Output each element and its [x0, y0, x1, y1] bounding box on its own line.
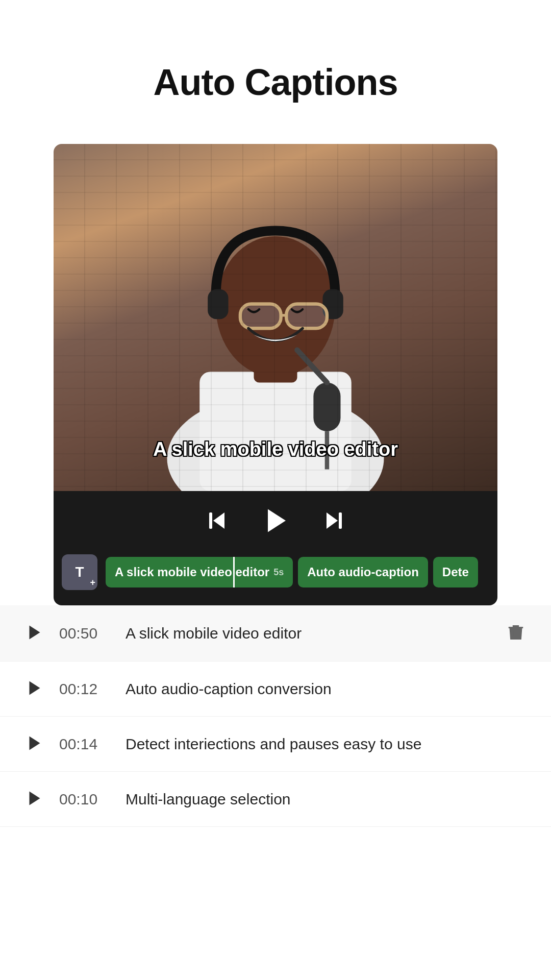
play-icon-0: [26, 623, 44, 642]
svg-line-12: [297, 350, 327, 383]
timeline-playhead: [233, 557, 235, 587]
trash-icon-0: [506, 623, 525, 642]
timeline-tracks: A slick mobile video editor 5s Auto audi…: [106, 557, 497, 587]
svg-marker-21: [30, 792, 40, 805]
svg-rect-16: [339, 512, 342, 529]
caption-play-1[interactable]: [26, 679, 44, 699]
svg-marker-14: [213, 512, 224, 529]
caption-time-0: 00:50: [59, 625, 110, 642]
svg-marker-19: [30, 681, 40, 695]
svg-marker-17: [327, 512, 338, 529]
svg-rect-2: [254, 339, 297, 383]
caption-item-2: 00:14 Detect interiections and pauses ea…: [0, 717, 551, 772]
svg-rect-13: [209, 512, 212, 529]
next-button[interactable]: [321, 508, 346, 533]
track-text-1: Auto audio-caption: [307, 565, 419, 579]
svg-marker-18: [30, 626, 40, 640]
prev-button[interactable]: [205, 508, 230, 533]
svg-rect-1: [199, 372, 352, 491]
svg-rect-9: [313, 383, 340, 432]
svg-rect-6: [240, 304, 281, 328]
text-icon-plus: +: [90, 577, 95, 588]
video-player: A slick mobile video editor T +: [54, 144, 497, 605]
svg-rect-4: [208, 289, 228, 319]
caption-time-2: 00:14: [59, 736, 110, 753]
caption-play-3[interactable]: [26, 789, 44, 809]
caption-delete-0[interactable]: [506, 623, 525, 644]
caption-text-0: A slick mobile video editor: [126, 625, 491, 642]
text-tool-icon: T +: [62, 554, 97, 590]
video-thumbnail: A slick mobile video editor: [54, 144, 497, 491]
svg-rect-7: [286, 304, 327, 328]
timeline-text-tool[interactable]: T +: [54, 554, 106, 590]
play-button[interactable]: [260, 505, 291, 536]
caption-text-3: Multi-language selection: [126, 791, 525, 808]
player-controls: [54, 491, 497, 546]
svg-point-3: [216, 236, 335, 377]
caption-text-2: Detect interiections and pauses easy to …: [126, 736, 525, 753]
caption-play-0[interactable]: [26, 623, 44, 643]
play-icon-1: [26, 679, 44, 697]
svg-marker-15: [268, 509, 286, 532]
svg-rect-5: [322, 289, 343, 319]
timeline-track-1[interactable]: Auto audio-caption: [298, 557, 428, 587]
caption-item-1: 00:12 Auto audio-caption conversion: [0, 662, 551, 717]
play-icon-2: [26, 734, 44, 752]
timeline-bar: T + A slick mobile video editor 5s Auto …: [54, 546, 497, 605]
next-icon: [321, 508, 346, 533]
caption-item-3: 00:10 Multi-language selection: [0, 772, 551, 827]
caption-play-2[interactable]: [26, 734, 44, 754]
caption-time-3: 00:10: [59, 791, 110, 808]
svg-marker-20: [30, 737, 40, 750]
caption-item-0: 00:50 A slick mobile video editor: [0, 605, 551, 662]
video-caption-overlay: A slick mobile video editor: [153, 438, 398, 460]
caption-list: 00:50 A slick mobile video editor 00:12 …: [0, 605, 551, 827]
track-text-0: A slick mobile video editor: [115, 565, 269, 579]
caption-time-1: 00:12: [59, 680, 110, 698]
caption-text-1: Auto audio-caption conversion: [126, 680, 525, 698]
play-icon-3: [26, 789, 44, 807]
track-text-2: Dete: [442, 565, 469, 579]
text-icon-label: T: [75, 564, 84, 580]
timeline-track-2[interactable]: Dete: [433, 557, 478, 587]
prev-icon: [205, 508, 230, 533]
track-duration-0: 5s: [273, 567, 284, 578]
play-icon: [260, 505, 291, 536]
timeline-track-0[interactable]: A slick mobile video editor 5s: [106, 557, 293, 587]
page-title: Auto Captions: [0, 0, 551, 144]
